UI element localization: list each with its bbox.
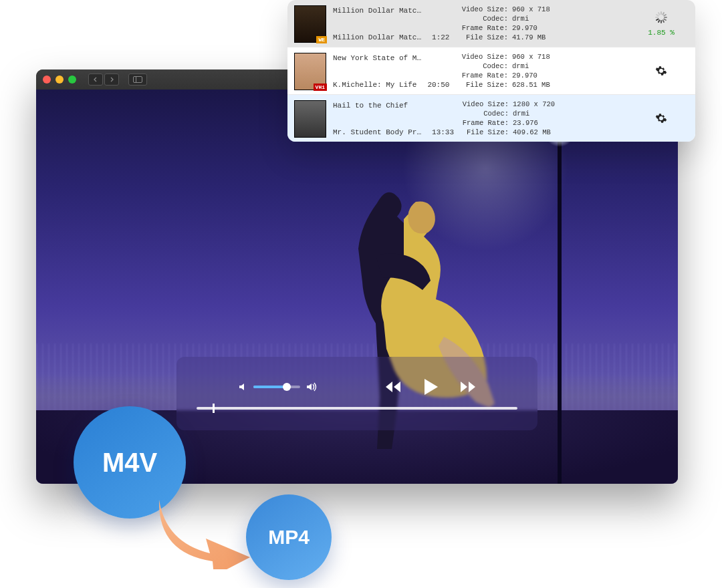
settings-gear-button[interactable] (655, 65, 667, 79)
video-thumbnail (294, 100, 326, 138)
list-item-status (635, 100, 687, 138)
list-item-title: Hail to the Chief (333, 102, 454, 110)
play-button[interactable] (422, 378, 439, 396)
meta-file-size: 628.51 MB (512, 81, 550, 89)
nav-forward-button[interactable] (104, 74, 119, 86)
list-item-subtitle: Mr. Student Body Pr… (333, 128, 421, 136)
list-item-status: 1.85 % (635, 5, 687, 43)
fast-forward-button[interactable] (459, 380, 477, 394)
list-item-subtitle: K.Michelle: My Life (333, 81, 416, 89)
list-item-status (635, 53, 687, 90)
nav-buttons (88, 74, 119, 86)
thumbnail-network-tag: VH1 (314, 84, 327, 91)
meta-codec: drmi (512, 62, 529, 70)
list-item-duration: 13:33 (432, 128, 454, 136)
seek-bar[interactable] (197, 407, 517, 410)
list-item-titles: New York State of M… K.Michelle: My Life… (333, 53, 453, 90)
meta-codec: drmi (512, 15, 529, 23)
volume-low-icon (237, 382, 248, 392)
list-item-title: Million Dollar Matc… (333, 7, 453, 15)
list-item[interactable]: Hail to the Chief Mr. Student Body Pr… 1… (287, 95, 695, 142)
list-item-meta: Video Size:960 x 718 Codec:drmi Frame Ra… (460, 5, 628, 43)
rewind-button[interactable] (384, 380, 402, 394)
volume-control[interactable] (237, 382, 318, 392)
list-item-duration: 1:22 (432, 33, 449, 41)
meta-frame-rate: 23.976 (513, 119, 538, 127)
list-item[interactable]: WE Million Dollar Matc… Million Dollar M… (287, 0, 695, 47)
meta-frame-rate: 29.970 (512, 71, 537, 80)
minimize-window-button[interactable] (55, 76, 64, 84)
seek-thumb[interactable] (213, 404, 215, 413)
nav-back-button[interactable] (88, 74, 103, 86)
maximize-window-button[interactable] (68, 76, 76, 84)
target-format-label: MP4 (268, 526, 310, 549)
loading-spinner-icon (655, 11, 667, 23)
list-item-meta: Video Size:1280 x 720 Codec:drmi Frame R… (461, 100, 628, 138)
window-traffic-lights (43, 76, 76, 84)
target-format-badge: MP4 (246, 494, 332, 580)
meta-video-size: 1280 x 720 (513, 100, 555, 108)
meta-video-size: 960 x 718 (512, 53, 550, 61)
scene-lamppost (558, 130, 562, 484)
meta-video-size: 960 x 718 (512, 5, 550, 13)
meta-frame-rate: 29.970 (512, 24, 537, 32)
video-thumbnail: WE (294, 5, 326, 43)
close-window-button[interactable] (43, 76, 51, 84)
list-item-titles: Million Dollar Matc… Million Dollar Matc… (333, 5, 453, 43)
svg-rect-0 (134, 77, 142, 83)
volume-high-icon (306, 382, 318, 392)
conversion-arrow-icon (152, 496, 253, 569)
thumbnail-network-tag: WE (316, 36, 327, 43)
volume-slider[interactable] (253, 386, 300, 388)
settings-gear-button[interactable] (655, 112, 667, 126)
list-item-titles: Hail to the Chief Mr. Student Body Pr… 1… (333, 100, 454, 138)
list-item-duration: 20:50 (427, 81, 449, 89)
video-thumbnail: VH1 (294, 53, 326, 90)
sidebar-toggle-button[interactable] (128, 74, 147, 86)
list-item-subtitle: Million Dollar Matc… (333, 33, 421, 41)
list-item[interactable]: VH1 New York State of M… K.Michelle: My … (287, 47, 695, 95)
source-format-label: M4V (102, 448, 157, 478)
player-controls-row (237, 378, 477, 396)
meta-file-size: 41.79 MB (512, 33, 546, 41)
list-item-title: New York State of M… (333, 54, 453, 62)
meta-file-size: 409.62 MB (513, 128, 551, 136)
conversion-list-panel: WE Million Dollar Matc… Million Dollar M… (287, 0, 695, 142)
progress-percent: 1.85 % (648, 29, 675, 37)
player-controls (176, 357, 537, 430)
list-item-meta: Video Size:960 x 718 Codec:drmi Frame Ra… (460, 53, 628, 90)
meta-codec: drmi (513, 110, 529, 118)
